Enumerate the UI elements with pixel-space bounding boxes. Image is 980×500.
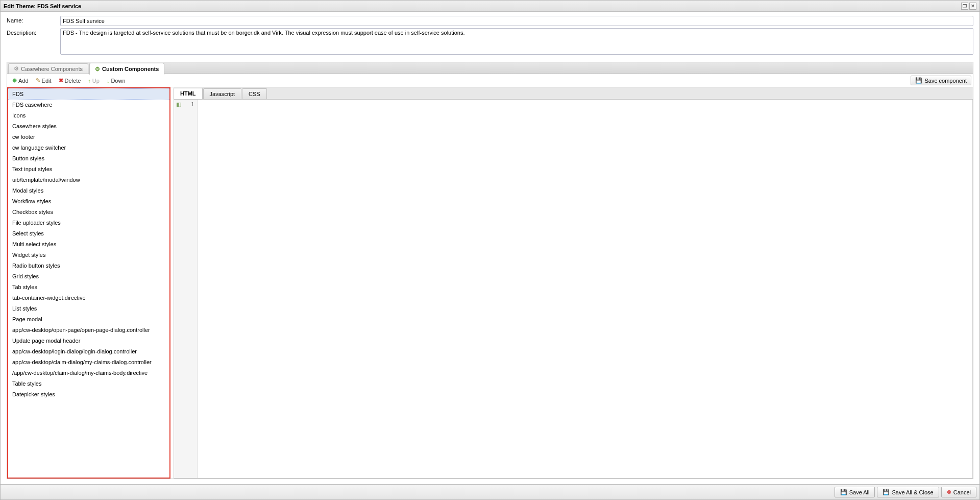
form-area: Name: Description: [1,12,979,62]
list-item[interactable]: app/cw-desktop/claim-dialog/my-claims-di… [8,357,169,368]
list-item[interactable]: Text input styles [8,164,169,175]
up-button[interactable]: ↑ Up [85,77,103,85]
titlebar: Edit Theme: FDS Self service ❐ ✕ [1,1,979,12]
arrow-up-icon: ↑ [88,78,91,84]
pencil-icon: ✎ [36,77,40,84]
save-all-close-label: Save All & Close [892,489,933,495]
toolbar: ⊕ Add ✎ Edit ✖ Delete ↑ Up ↓ Down 💾 [7,74,973,87]
delete-button[interactable]: ✖ Delete [56,76,84,85]
code-editor[interactable]: ◧ 1 [174,100,973,479]
cancel-label: Cancel [953,489,971,495]
components-list-panel: FDSFDS casewhereIconsCasewhere stylescw … [7,87,170,479]
down-label: Down [111,78,125,84]
footer: 💾 Save All 💾 Save All & Close ⊗ Cancel [1,484,979,499]
name-input[interactable] [60,16,973,26]
workarea: FDSFDS casewhereIconsCasewhere stylescw … [7,87,973,479]
components-list[interactable]: FDSFDS casewhereIconsCasewhere stylescw … [8,88,169,478]
list-item[interactable]: Grid styles [8,271,169,282]
list-item[interactable]: Multi select styles [8,239,169,250]
plus-icon: ⊕ [12,77,17,84]
edit-button[interactable]: ✎ Edit [33,76,55,85]
list-item[interactable]: FDS casewhere [8,100,169,110]
add-button[interactable]: ⊕ Add [9,76,32,85]
editor-tab-css[interactable]: CSS [242,88,267,99]
editor-panel: HTML Javascript CSS ◧ 1 [174,87,973,479]
list-item[interactable]: Button styles [8,153,169,164]
list-item[interactable]: Update page modal header [8,336,169,346]
gear-icon: ⚙ [95,66,100,73]
code-gutter: ◧ 1 [174,100,198,478]
delete-label: Delete [65,78,81,84]
up-label: Up [92,78,100,84]
tab-custom-components[interactable]: ⚙ Custom Components [89,63,164,75]
add-label: Add [18,78,29,84]
list-item[interactable]: app/cw-desktop/login-dialog/login-dialog… [8,346,169,357]
list-item[interactable]: Icons [8,110,169,121]
down-button[interactable]: ↓ Down [104,77,129,85]
list-item[interactable]: List styles [8,303,169,314]
window-close-button[interactable]: ✕ [969,3,976,10]
editor-tab-html[interactable]: HTML [174,88,203,99]
list-item[interactable]: Page modal [8,314,169,325]
list-item[interactable]: /app/cw-desktop/claim-dialog/my-claims-b… [8,368,169,378]
list-item[interactable]: app/cw-desktop/open-page/open-page-dialo… [8,325,169,336]
delete-icon: ✖ [59,77,63,84]
list-item[interactable]: Datepicker styles [8,389,169,400]
list-item[interactable]: Modal styles [8,185,169,196]
editor-tab-html-label: HTML [180,90,196,97]
list-item[interactable]: Tab styles [8,282,169,293]
code-text-area[interactable] [198,100,972,478]
gear-icon: ⚙ [14,65,19,72]
list-item[interactable]: Select styles [8,228,169,239]
cancel-icon: ⊗ [947,489,951,495]
list-item[interactable]: Casewhere styles [8,121,169,132]
window-root: Edit Theme: FDS Self service ❐ ✕ Name: D… [0,0,980,500]
window-controls: ❐ ✕ [961,3,976,10]
description-input[interactable] [60,28,973,55]
editor-tab-js-label: Javascript [210,91,235,97]
save-all-button[interactable]: 💾 Save All [835,487,875,497]
tab-custom-label: Custom Components [102,66,159,72]
list-item[interactable]: Widget styles [8,250,169,260]
editor-tab-css-label: CSS [249,91,260,97]
arrow-down-icon: ↓ [107,78,110,84]
list-item[interactable]: cw language switcher [8,142,169,153]
name-label: Name: [7,16,60,23]
list-item[interactable]: uib/template/modal/window [8,175,169,185]
tab-casewhere-components[interactable]: ⚙ Casewhere Components [8,63,88,74]
row-name: Name: [7,16,973,26]
editor-tabstrip: HTML Javascript CSS [174,87,973,100]
disk-icon: 💾 [915,77,922,84]
list-item[interactable]: File uploader styles [8,218,169,228]
save-component-button[interactable]: 💾 Save component [911,76,971,85]
save-all-label: Save All [849,489,870,495]
list-item[interactable]: FDS [8,88,169,100]
list-item[interactable]: Radio button styles [8,260,169,271]
disk-icon: 💾 [883,489,890,495]
list-item[interactable]: cw footer [8,132,169,142]
list-item[interactable]: Checkbox styles [8,207,169,218]
edit-label: Edit [42,78,52,84]
window-title: Edit Theme: FDS Self service [4,3,81,9]
list-item[interactable]: Table styles [8,378,169,389]
line-number: 1 [183,101,197,107]
save-component-label: Save component [924,78,967,84]
list-item[interactable]: tab-container-widget.directive [8,293,169,303]
save-all-close-button[interactable]: 💾 Save All & Close [877,487,939,497]
description-label: Description: [7,28,60,36]
gutter-marker-icon: ◧ [174,101,183,108]
main-panel: ⚙ Casewhere Components ⚙ Custom Componen… [7,62,973,479]
cancel-button[interactable]: ⊗ Cancel [941,487,976,497]
outer-tabstrip: ⚙ Casewhere Components ⚙ Custom Componen… [7,62,973,74]
row-description: Description: [7,28,973,55]
disk-icon: 💾 [840,489,847,495]
list-item[interactable]: Workflow styles [8,196,169,207]
tab-casewhere-label: Casewhere Components [21,66,83,72]
window-restore-button[interactable]: ❐ [961,3,968,10]
editor-tab-javascript[interactable]: Javascript [203,88,242,99]
